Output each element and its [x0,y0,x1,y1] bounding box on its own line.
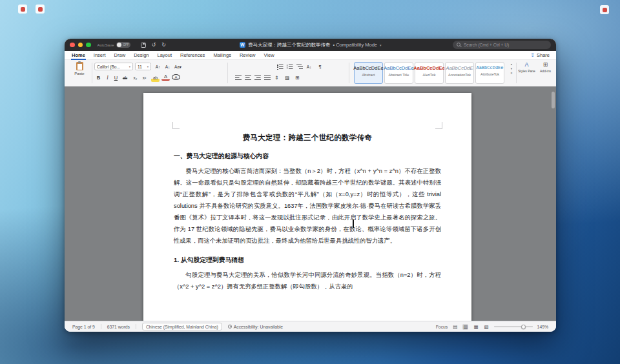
desktop-shortcut-icon[interactable] [600,5,609,14]
bullets-button[interactable] [276,63,284,71]
numbering-button[interactable] [285,63,294,71]
web-layout-icon[interactable]: ▦ [473,324,479,330]
document-page[interactable]: 费马大定理：跨越三个世纪的数学传奇 一、费马大定理的起源与核心内容 费马大定理的… [143,93,471,321]
undo-icon[interactable]: ↺ [152,43,156,48]
search-field[interactable]: Search (Cmd + Ctrl + U) [453,41,551,49]
borders-button[interactable]: ⊞ [293,74,302,82]
vertical-scrollbar[interactable] [552,92,555,108]
align-left-button[interactable] [234,74,242,82]
justify-icon [264,76,271,81]
subscript-button[interactable]: x₂ [131,74,140,82]
gallery-up-icon[interactable]: ▴ [511,63,512,66]
style-card-alerttok[interactable]: AaBbCcDdEe AlertTok [415,62,444,84]
desktop-shortcut-icon[interactable] [36,5,45,14]
line-spacing-button[interactable]: ⇕ [273,74,281,82]
doc-heading-2[interactable]: 1. 从勾股定理到费马猜想 [174,256,441,265]
tab-home[interactable]: Home [71,51,86,60]
chevron-down-icon: ▾ [147,65,149,68]
bold-button[interactable]: B [94,74,103,82]
read-mode-icon[interactable]: ▤ [452,324,458,330]
style-sample: AaBbCcDdE [446,65,473,71]
styles-pane-button[interactable]: A Styles Pane [518,62,535,85]
zoom-slider[interactable] [494,324,533,330]
document-area[interactable]: 费马大定理：跨越三个世纪的数学传奇 一、费马大定理的起源与核心内容 费马大定理的… [65,86,556,321]
accessibility-status[interactable]: Accessibility: Unavailable [228,325,283,329]
outline-view-icon[interactable]: ▧ [484,324,490,330]
page-count[interactable]: Page 1 of 9 [72,325,95,329]
desktop-shortcut-icon[interactable] [18,5,27,14]
tab-insert[interactable]: Insert [93,51,107,60]
gallery-down-icon[interactable]: ▾ [511,67,512,70]
document-title-text: 费马大定理：跨越三个世纪的数学传奇 [248,42,331,48]
tab-references[interactable]: References [180,51,205,60]
italic-button[interactable]: I [103,74,112,82]
shrink-font-button[interactable]: A↓ [163,63,172,71]
gallery-more-icon[interactable]: ≡ [511,72,513,75]
minimize-button[interactable] [78,43,83,48]
tab-design[interactable]: Design [133,51,149,60]
addins-button[interactable]: ⊞ Add-ins [537,62,554,85]
font-size-select[interactable]: 11▾ [135,63,151,70]
redo-icon[interactable]: ↻ [161,43,166,48]
style-name: Abstract Title [389,73,409,77]
zoom-slider-knob[interactable] [521,325,526,329]
desktop-wallpaper: AutoSave OFF ↺ ↻ W 费马大定理：跨越三个世纪的数学传奇 • C… [0,0,620,364]
window-title[interactable]: W 费马大定理：跨越三个世纪的数学传奇 • Compatibility Mode… [239,39,381,51]
tab-mailings[interactable]: Mailings [212,51,232,60]
enclose-character-button[interactable]: A [172,74,180,80]
zoom-button[interactable] [86,43,91,48]
style-card-attributetok[interactable]: AaBbCcDdEe AttributeTok [475,62,504,84]
paste-label: Paste [74,72,84,76]
tab-review[interactable]: Review [239,51,256,60]
word-count[interactable]: 6371 words [107,325,130,329]
focus-mode-button[interactable]: Focus [436,325,448,329]
multilevel-list-button[interactable] [295,63,304,71]
strikethrough-button[interactable]: ab [121,74,129,82]
print-layout-icon[interactable]: ▥ [462,324,468,330]
underline-button[interactable]: U [112,74,120,82]
zoom-level[interactable]: 149% [537,325,548,329]
tab-draw[interactable]: Draw [114,51,127,60]
highlight-button[interactable]: ab [151,74,160,82]
doc-paragraph-1[interactable]: 费马大定理的核心断言简洁而深刻：当整数（n＞2）时，方程（x^n + y^n =… [174,165,441,247]
shading-button[interactable]: ▨ [283,74,291,82]
autosave-toggle[interactable]: OFF [116,42,130,48]
font-color-button[interactable]: A [161,74,170,81]
search-icon [457,43,461,47]
styles-pane-label: Styles Pane [518,70,535,74]
traffic-lights [70,43,91,48]
align-center-icon [245,76,251,81]
save-icon[interactable] [141,43,146,48]
word-window: AutoSave OFF ↺ ↻ W 费马大定理：跨越三个世纪的数学传奇 • C… [65,39,556,332]
tab-view[interactable]: View [263,51,274,60]
align-center-button[interactable] [243,74,252,82]
window-titlebar[interactable]: AutoSave OFF ↺ ↻ W 费马大定理：跨越三个世纪的数学传奇 • C… [65,39,556,51]
style-card-abstract-title[interactable]: AaBbCcDdEe Abstract Title [384,62,413,84]
font-name-select[interactable]: Calibri (Bo...▾ [94,63,133,70]
styles-gallery: AaBbCcDdEe Abstract AaBbCcDdEe Abstract … [354,62,504,84]
chevron-down-icon[interactable]: ▾ [380,43,382,47]
style-card-abstract[interactable]: AaBbCcDdEe Abstract [354,62,383,84]
share-icon: ⇧ [530,52,535,58]
style-card-annotationtok[interactable]: AaBbCcDdE AnnotationTok [445,62,474,84]
ribbon-tab-row: Home Insert Draw Design Layout Reference… [65,51,556,60]
align-right-button[interactable] [253,74,262,82]
justify-button[interactable] [263,74,271,82]
text-cursor [353,219,354,228]
style-sample: AaBbCcDdEe [353,65,383,71]
doc-title[interactable]: 费马大定理：跨越三个世纪的数学传奇 [174,133,441,143]
doc-heading-1[interactable]: 一、费马大定理的起源与核心内容 [174,152,441,161]
superscript-button[interactable]: x² [140,74,149,82]
paste-button[interactable]: Paste [70,62,89,85]
change-case-button[interactable]: Aa▾ [174,63,182,71]
tab-layout[interactable]: Layout [156,51,172,60]
language-indicator[interactable]: Chinese (Simplified, Mainland China) [142,323,222,330]
close-button[interactable] [70,43,75,48]
group-divider [349,63,349,83]
show-formatting-button[interactable]: ¶ [316,63,324,71]
style-name: Abstract [362,73,375,77]
sort-button[interactable]: A↓ [305,63,313,71]
share-button[interactable]: ⇧ Share [530,52,550,58]
doc-paragraph-2[interactable]: 勾股定理与费马大定理的关系，恰似数学长河中同源分流的奇妙景观。当指数（n=2）时… [174,269,441,292]
grow-font-button[interactable]: A↑ [154,63,162,71]
